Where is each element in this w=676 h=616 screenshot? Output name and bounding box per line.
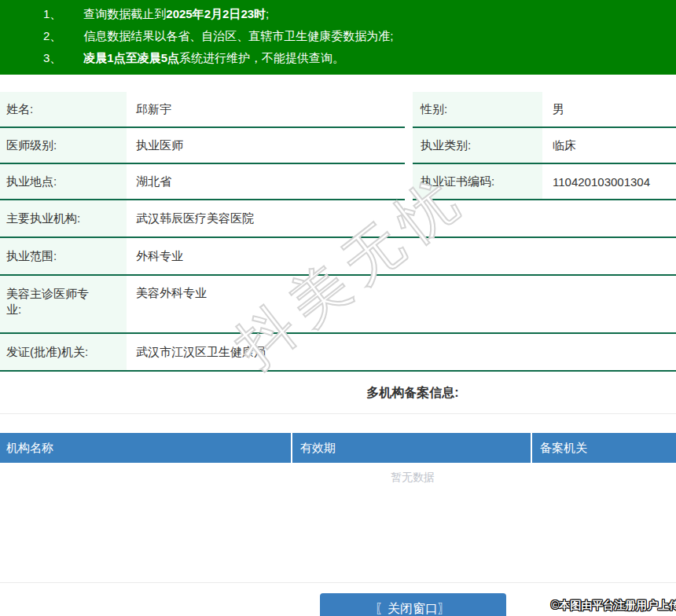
notice-line-3: 3、凌晨1点至凌晨5点系统进行维护，不能提供查询。 (43, 47, 676, 69)
notice-line-2: 2、信息数据结果以各省、自治区、直辖市卫生健康委数据为准; (43, 25, 676, 47)
notice-number: 2、 (43, 29, 61, 42)
notice-text: 系统进行维护，不能提供查询。 (179, 51, 344, 64)
doctor-level-label: 医师级别: (0, 128, 127, 163)
close-window-button[interactable]: 〖关闭窗口〗 (320, 593, 506, 616)
registration-section-title: 多机构备案信息: (0, 384, 676, 402)
notice-text-bold: 凌晨1点至凌晨5点 (83, 51, 179, 64)
notice-number: 3、 (43, 51, 61, 64)
registration-table-header: 机构名称 有效期 备案机关 (0, 433, 676, 463)
cosmetic-specialty-label: 美容主诊医师专业: (0, 276, 127, 332)
practice-category-label: 执业类别: (413, 128, 542, 163)
column-header-institution: 机构名称 (0, 433, 291, 463)
cosmetic-specialty-value: 美容外科专业 (127, 276, 676, 332)
table-row: 姓名: 邱新宇 性别: 男 (0, 92, 676, 128)
main-institution-value: 武汉韩辰医疗美容医院 (127, 200, 676, 236)
notice-text: 信息数据结果以各省、自治区、直辖市卫生健康委数据为准; (83, 29, 393, 42)
name-label: 姓名: (0, 92, 127, 126)
doctor-info-table: 姓名: 邱新宇 性别: 男 医师级别: 执业医师 执业类别: 临床 执业地点: (0, 92, 676, 372)
issuing-authority-value: 武汉市江汉区卫生健康局 (127, 334, 676, 370)
certificate-number-value: 110420103001304 (542, 164, 676, 199)
notice-text-bold: 2025年2月2日23时 (166, 7, 266, 20)
gender-value: 男 (542, 92, 676, 126)
divider (0, 413, 676, 414)
notice-line-1: 1、查询数据截止到2025年2月2日23时; (43, 3, 676, 25)
notice-number: 1、 (43, 7, 61, 20)
practice-scope-label: 执业范围: (0, 238, 127, 274)
issuing-authority-label: 发证(批准)机关: (0, 334, 127, 370)
table-row: 美容主诊医师专业: 美容外科专业 (0, 276, 676, 334)
table-row: 医师级别: 执业医师 执业类别: 临床 (0, 128, 676, 164)
practice-location-value: 湖北省 (127, 164, 405, 199)
query-result-page: 1、查询数据截止到2025年2月2日23时; 2、信息数据结果以各省、自治区、直… (0, 0, 676, 616)
gender-label: 性别: (413, 92, 542, 126)
table-row: 执业范围: 外科专业 (0, 238, 676, 276)
table-row: 执业地点: 湖北省 执业证书编码: 110420103001304 (0, 164, 676, 200)
column-header-authority: 备案机关 (532, 433, 676, 463)
empty-data-message: 暂无数据 (0, 463, 676, 493)
table-row: 主要执业机构: 武汉韩辰医疗美容医院 (0, 200, 676, 238)
practice-location-label: 执业地点: (0, 164, 127, 199)
practice-category-value: 临床 (542, 128, 676, 163)
button-row: 〖关闭窗口〗 (0, 593, 676, 616)
name-value: 邱新宇 (127, 92, 405, 126)
notice-text: 查询数据截止到 (83, 7, 166, 20)
notice-banner: 1、查询数据截止到2025年2月2日23时; 2、信息数据结果以各省、自治区、直… (0, 0, 676, 75)
certificate-number-label: 执业证书编码: (413, 164, 542, 199)
practice-scope-value: 外科专业 (127, 238, 676, 274)
main-institution-label: 主要执业机构: (0, 200, 127, 236)
column-header-validity: 有效期 (292, 433, 531, 463)
table-row: 发证(批准)机关: 武汉市江汉区卫生健康局 (0, 334, 676, 372)
doctor-level-value: 执业医师 (127, 128, 405, 163)
notice-text: ; (266, 7, 269, 20)
divider (0, 582, 676, 583)
